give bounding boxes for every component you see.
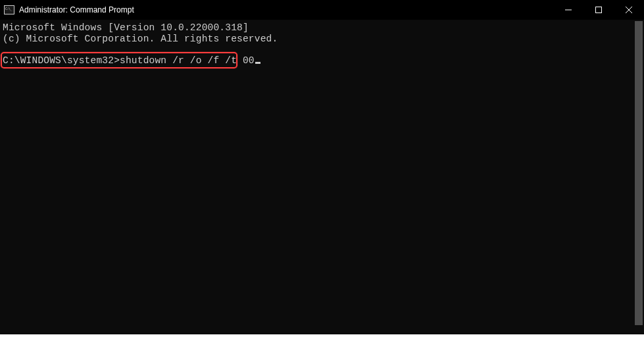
maximize-icon [595, 7, 602, 13]
command-input[interactable]: shutdown /r /o /f /t 00 [120, 55, 255, 66]
blank-line [3, 44, 644, 55]
version-line: Microsoft Windows [Version 10.0.22000.31… [3, 22, 644, 34]
vertical-scrollbar[interactable] [633, 20, 644, 334]
command-prompt-window: Administrator: Command Prompt Micr [0, 0, 644, 334]
close-button[interactable] [614, 0, 644, 20]
window-title: Administrator: Command Prompt [19, 5, 134, 14]
svg-rect-1 [596, 7, 602, 13]
titlebar-left: Administrator: Command Prompt [4, 5, 134, 14]
copyright-line: (c) Microsoft Corporation. All rights re… [3, 34, 644, 45]
terminal-output[interactable]: Microsoft Windows [Version 10.0.22000.31… [0, 20, 644, 334]
cmd-icon [4, 5, 14, 14]
window-controls [553, 0, 644, 20]
prompt-path: C:\WINDOWS\system32> [3, 55, 120, 66]
titlebar[interactable]: Administrator: Command Prompt [0, 0, 644, 20]
cursor [255, 62, 260, 64]
minimize-button[interactable] [553, 0, 583, 20]
maximize-button[interactable] [583, 0, 614, 20]
minimize-icon [565, 7, 572, 13]
prompt-line: C:\WINDOWS\system32>shutdown /r /o /f /t… [3, 55, 644, 66]
close-icon [626, 7, 632, 13]
scrollbar-thumb[interactable] [635, 21, 643, 325]
